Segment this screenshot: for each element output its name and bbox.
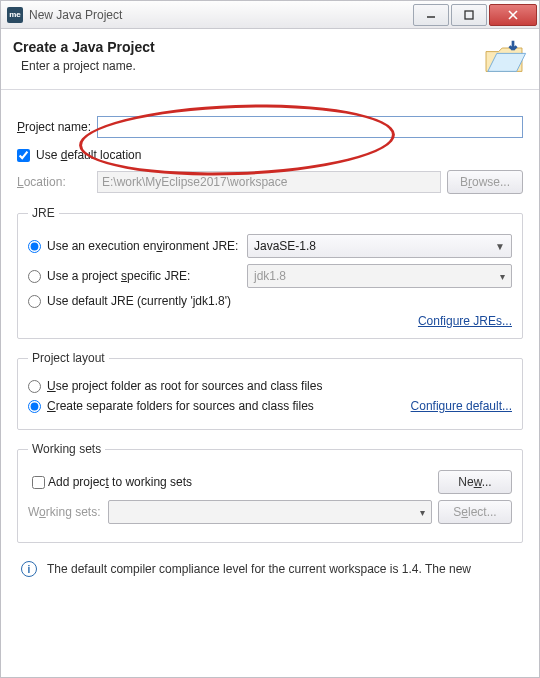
titlebar: me New Java Project (1, 1, 539, 29)
project-name-input[interactable] (97, 116, 523, 138)
select-working-set-button[interactable]: Select... (438, 500, 512, 524)
jre-default-label: Use default JRE (currently 'jdk1.8') (47, 294, 231, 308)
close-button[interactable] (489, 4, 537, 26)
info-text: The default compiler compliance level fo… (47, 562, 471, 576)
window-title: New Java Project (29, 8, 122, 22)
folder-wizard-icon (481, 39, 527, 75)
working-sets-legend: Working sets (28, 442, 105, 456)
chevron-down-icon: ▾ (500, 271, 505, 282)
location-label: Location: (17, 175, 97, 189)
project-layout-group: Project layout Use project folder as roo… (17, 351, 523, 430)
project-name-label: Project name: (17, 120, 97, 134)
layout-root-label: Use project folder as root for sources a… (47, 379, 322, 393)
configure-default-link[interactable]: Configure default... (411, 399, 512, 413)
jre-group: JRE Use an execution environment JRE: Ja… (17, 206, 523, 339)
jre-default-radio[interactable] (28, 295, 41, 308)
working-sets-group: Working sets Add project to working sets… (17, 442, 523, 543)
dialog-header: Create a Java Project Enter a project na… (1, 29, 539, 90)
layout-root-radio[interactable] (28, 380, 41, 393)
jre-execution-env-select[interactable]: JavaSE-1.8 ▼ (247, 234, 512, 258)
new-working-set-button[interactable]: New... (438, 470, 512, 494)
info-icon: i (21, 561, 37, 577)
add-to-working-sets-label: Add project to working sets (48, 475, 192, 489)
browse-button[interactable]: Browse... (447, 170, 523, 194)
layout-separate-radio[interactable] (28, 400, 41, 413)
location-input (97, 171, 441, 193)
chevron-down-icon: ▾ (420, 507, 425, 518)
project-layout-legend: Project layout (28, 351, 109, 365)
working-sets-label: Working sets: (28, 505, 108, 519)
configure-jres-link[interactable]: Configure JREs... (28, 314, 512, 328)
jre-project-specific-label: Use a project specific JRE: (47, 269, 247, 283)
jre-project-specific-select: jdk1.8 ▾ (247, 264, 512, 288)
layout-separate-label: Create separate folders for sources and … (47, 399, 314, 413)
page-subtitle: Enter a project name. (13, 59, 481, 73)
maximize-button[interactable] (451, 4, 487, 26)
info-row: i The default compiler compliance level … (17, 553, 523, 577)
svg-rect-1 (465, 11, 473, 19)
use-default-location-label: Use default location (36, 148, 141, 162)
page-title: Create a Java Project (13, 39, 481, 55)
jre-legend: JRE (28, 206, 59, 220)
jre-execution-env-radio[interactable] (28, 240, 41, 253)
use-default-location-checkbox[interactable] (17, 149, 30, 162)
minimize-button[interactable] (413, 4, 449, 26)
jre-execution-env-label: Use an execution environment JRE: (47, 239, 247, 253)
jre-project-specific-radio[interactable] (28, 270, 41, 283)
app-icon: me (7, 7, 23, 23)
chevron-down-icon: ▼ (495, 241, 505, 252)
working-sets-select: ▾ (108, 500, 432, 524)
add-to-working-sets-checkbox[interactable] (32, 476, 45, 489)
